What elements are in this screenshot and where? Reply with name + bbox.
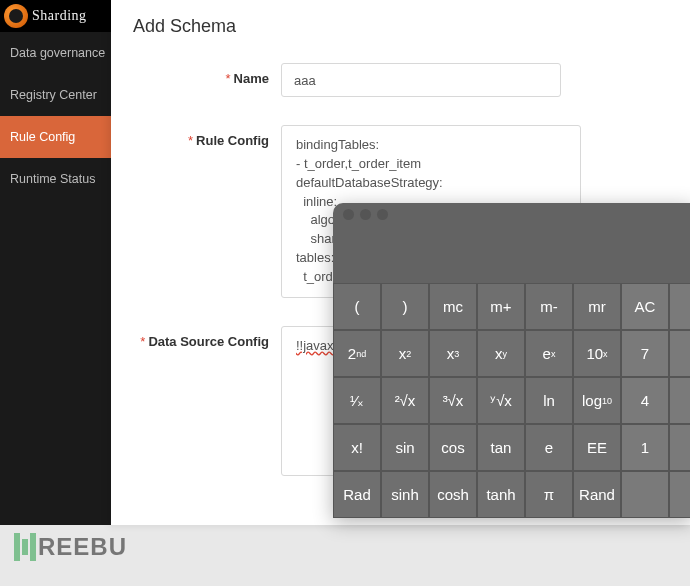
calc-button-EE[interactable]: EE (573, 424, 621, 471)
calc-button-x2[interactable]: x2 (381, 330, 429, 377)
calc-button-e[interactable]: e (525, 424, 573, 471)
logo-text: Sharding (32, 8, 87, 24)
calculator-window[interactable]: ()mcm+m-mrAC2ndx2x3xyex10x7¹∕ₓ²√x³√xʸ√xl… (333, 203, 690, 518)
calc-button-7[interactable]: 7 (621, 330, 669, 377)
calc-button-cosh[interactable]: cosh (429, 471, 477, 518)
calc-button-x![interactable]: x! (333, 424, 381, 471)
name-label: *Name (133, 63, 281, 97)
panel-title: Add Schema (133, 16, 668, 37)
calc-button-sinh[interactable]: sinh (381, 471, 429, 518)
calc-button-mr[interactable]: mr (573, 283, 621, 330)
calc-button-Rand[interactable]: Rand (573, 471, 621, 518)
calc-button-ln[interactable]: ln (525, 377, 573, 424)
calc-button-4[interactable]: 4 (621, 377, 669, 424)
calc-button-2nd[interactable]: 2nd (333, 330, 381, 377)
logo-icon (4, 4, 28, 28)
calc-button-tan[interactable]: tan (477, 424, 525, 471)
maximize-icon[interactable] (377, 209, 388, 220)
calculator-titlebar[interactable] (333, 203, 690, 225)
calc-button-2rx[interactable]: ²√x (381, 377, 429, 424)
calc-button-xy[interactable]: xy (477, 330, 525, 377)
calc-button-ex[interactable]: ex (525, 330, 573, 377)
calc-button-edge (669, 377, 690, 424)
calc-button-pi[interactable]: π (525, 471, 573, 518)
calc-button-Rad[interactable]: Rad (333, 471, 381, 518)
calc-button-x3[interactable]: x3 (429, 330, 477, 377)
calc-button-edge (669, 424, 690, 471)
calc-button-tanh[interactable]: tanh (477, 471, 525, 518)
calc-button-mc[interactable]: mc (429, 283, 477, 330)
name-input[interactable] (281, 63, 561, 97)
close-icon[interactable] (343, 209, 354, 220)
calc-button-log10[interactable]: log10 (573, 377, 621, 424)
calc-button-AC[interactable]: AC (621, 283, 669, 330)
calculator-display (333, 225, 690, 283)
calc-button-1/x[interactable]: ¹∕ₓ (333, 377, 381, 424)
calc-button-yrx[interactable]: ʸ√x (477, 377, 525, 424)
calc-button-cos[interactable]: cos (429, 424, 477, 471)
calculator-keypad: ()mcm+m-mrAC2ndx2x3xyex10x7¹∕ₓ²√x³√xʸ√xl… (333, 283, 690, 518)
calc-button-)[interactable]: ) (381, 283, 429, 330)
data-source-config-label: *Data Source Config (133, 326, 281, 476)
calc-button-1[interactable]: 1 (621, 424, 669, 471)
rule-config-label: *Rule Config (133, 125, 281, 298)
calc-button-empty (621, 471, 669, 518)
calc-button-m+[interactable]: m+ (477, 283, 525, 330)
minimize-icon[interactable] (360, 209, 371, 220)
calc-button-3rx[interactable]: ³√x (429, 377, 477, 424)
form-row-name: *Name (133, 63, 668, 97)
calc-button-edge (669, 283, 690, 330)
calc-button-m-[interactable]: m- (525, 283, 573, 330)
calc-button-edge (669, 330, 690, 377)
calc-button-10x[interactable]: 10x (573, 330, 621, 377)
calc-button-sin[interactable]: sin (381, 424, 429, 471)
watermark-text: REEBU (38, 533, 127, 561)
calc-button-([interactable]: ( (333, 283, 381, 330)
calc-button-edge (669, 471, 690, 518)
watermark: REEBU (14, 533, 127, 561)
